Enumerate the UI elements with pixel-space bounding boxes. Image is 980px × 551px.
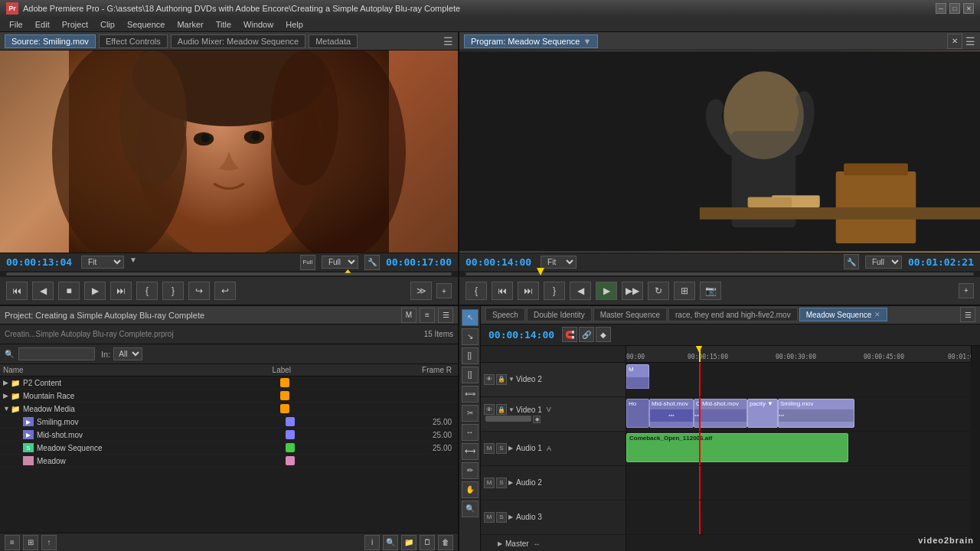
mark-in-btn[interactable]: { bbox=[136, 282, 158, 300]
project-icon-view[interactable]: ≡ bbox=[420, 308, 435, 323]
audio1-clip-comeback[interactable]: Comeback_Open_112006.aif bbox=[626, 433, 848, 462]
video1-clip-midshot2[interactable]: C Mid-shot.mov ▪▪▪ bbox=[694, 399, 747, 428]
menu-marker[interactable]: Marker bbox=[171, 18, 209, 31]
video2-eye-btn[interactable]: 👁 bbox=[484, 374, 495, 385]
tl-tab-double-identity[interactable]: Double Identity bbox=[527, 308, 592, 321]
video1-clip-smiling[interactable]: Smiling.mov ▪▪▪ bbox=[778, 399, 854, 428]
source-scrub-area[interactable] bbox=[0, 271, 458, 277]
project-info-btn[interactable]: i bbox=[364, 535, 380, 550]
program-panel-menu[interactable]: ☰ bbox=[965, 35, 975, 47]
hand-tool[interactable]: ✋ bbox=[462, 481, 479, 498]
audio2-solo-btn[interactable]: S bbox=[496, 478, 507, 488]
audio1-solo-btn[interactable]: S bbox=[496, 443, 507, 454]
master-link-icon[interactable]: ↔ bbox=[534, 540, 541, 548]
source-zoom-select[interactable]: Fit 100% bbox=[81, 256, 124, 269]
step-forward-btn[interactable]: ▶ bbox=[84, 282, 106, 300]
tl-snap-btn[interactable]: 🧲 bbox=[562, 327, 577, 342]
list-item-meadow[interactable]: Meadow bbox=[0, 455, 458, 468]
audio3-content[interactable] bbox=[626, 500, 971, 534]
audio2-expand-icon[interactable]: ▶ bbox=[508, 479, 514, 486]
program-wrench-btn[interactable]: 🔧 bbox=[844, 254, 859, 269]
zoom-tool[interactable]: 🔍 bbox=[462, 500, 479, 517]
prog-add-btn[interactable]: + bbox=[959, 283, 974, 298]
source-tab-audio[interactable]: Audio Mixer: Meadow Sequence bbox=[171, 34, 305, 48]
audio3-solo-btn[interactable]: S bbox=[496, 512, 507, 523]
project-free-btn[interactable]: ↑ bbox=[41, 535, 57, 550]
prog-step-back-btn[interactable]: ◀ bbox=[570, 282, 591, 300]
select-tool[interactable]: ↖ bbox=[462, 309, 479, 326]
play-stop-btn[interactable]: ■ bbox=[58, 282, 80, 300]
tl-tab-master-sequence[interactable]: Master Sequence bbox=[593, 308, 667, 321]
video2-content[interactable]: M bbox=[626, 363, 971, 396]
source-quality-select[interactable]: Full Half bbox=[322, 256, 358, 269]
slide-tool[interactable]: ⟷ bbox=[462, 443, 479, 460]
prog-safe-btn[interactable]: ⊞ bbox=[674, 282, 695, 300]
menu-window[interactable]: Window bbox=[237, 18, 279, 31]
slip-tool[interactable]: ↔ bbox=[462, 424, 479, 441]
video1-clip-pacity[interactable]: pacity ▼ bbox=[747, 399, 778, 428]
video1-content[interactable]: Ho Mid-shot.mov ▪▪▪ bbox=[626, 397, 971, 431]
rate-stretch-tool[interactable]: ⟺ bbox=[462, 386, 479, 403]
audio2-content[interactable] bbox=[626, 466, 971, 500]
list-item-p2[interactable]: ▶ 📁 P2 Content bbox=[0, 377, 458, 390]
window-controls[interactable]: ─ □ ✕ bbox=[936, 3, 974, 14]
ripple-edit-tool[interactable]: [| bbox=[462, 347, 479, 364]
program-quality-select[interactable]: Full Half bbox=[865, 256, 902, 269]
source-wrench-btn[interactable]: 🔧 bbox=[364, 255, 380, 270]
menu-title[interactable]: Title bbox=[210, 18, 237, 31]
tl-marker-btn[interactable]: ◆ bbox=[596, 327, 611, 342]
close-button[interactable]: ✕ bbox=[963, 3, 974, 14]
project-new-item-btn[interactable]: 🗒 bbox=[420, 535, 435, 550]
list-item-mountain-race[interactable]: ▶ 📁 Mountain Race bbox=[0, 390, 458, 403]
go-to-in-btn[interactable]: ⏮ bbox=[6, 282, 28, 300]
source-scrub-bar[interactable] bbox=[6, 272, 452, 276]
source-settings-btn[interactable]: Full bbox=[300, 255, 315, 270]
program-close-btn[interactable]: ✕ bbox=[947, 34, 962, 49]
tl-tab-meadow[interactable]: Meadow Sequence ✕ bbox=[799, 308, 888, 321]
prog-go-in-btn[interactable]: ⏮ bbox=[492, 282, 513, 300]
rolling-edit-tool[interactable]: |] bbox=[462, 367, 479, 383]
source-add-btn[interactable]: + bbox=[436, 283, 452, 298]
video1-lock-btn[interactable]: 🔒 bbox=[496, 404, 507, 415]
prog-mark-out-btn[interactable]: } bbox=[544, 282, 565, 300]
insert-btn[interactable]: ↪ bbox=[188, 282, 210, 300]
go-to-out-btn[interactable]: ⏭ bbox=[110, 282, 132, 300]
track-select-tool[interactable]: ↘ bbox=[462, 328, 479, 345]
audio1-expand-icon[interactable]: ▶ bbox=[508, 445, 514, 452]
menu-clip[interactable]: Clip bbox=[94, 18, 121, 31]
tl-panel-menu[interactable]: ☰ bbox=[960, 307, 975, 322]
tl-link-btn[interactable]: 🔗 bbox=[579, 327, 594, 342]
audio1-content[interactable]: Comeback_Open_112006.aif bbox=[626, 432, 971, 465]
source-expand-btn[interactable]: ≫ bbox=[410, 282, 432, 300]
minimize-button[interactable]: ─ bbox=[936, 3, 946, 14]
video1-eye-btn[interactable]: 👁 bbox=[484, 404, 495, 415]
audio3-expand-icon[interactable]: ▶ bbox=[508, 514, 514, 520]
prog-go-out-btn[interactable]: ⏭ bbox=[518, 282, 539, 300]
tl-tab-speech[interactable]: Speech bbox=[485, 308, 525, 321]
program-zoom-select[interactable]: Fit Full bbox=[541, 256, 577, 269]
video1-level-slider[interactable] bbox=[485, 416, 531, 422]
pen-tool[interactable]: ✏ bbox=[462, 462, 479, 479]
program-scrub-bar[interactable] bbox=[466, 272, 974, 276]
menu-help[interactable]: Help bbox=[279, 18, 309, 31]
source-tab-effects[interactable]: Effect Controls bbox=[99, 34, 168, 48]
project-find-btn[interactable]: 🔍 bbox=[383, 535, 398, 550]
overwrite-btn[interactable]: ↩ bbox=[214, 282, 236, 300]
menu-edit[interactable]: Edit bbox=[29, 18, 56, 31]
prog-mark-in-btn[interactable]: { bbox=[466, 282, 487, 300]
prog-loop-btn[interactable]: ↻ bbox=[648, 282, 669, 300]
tl-tab-meadow-close[interactable]: ✕ bbox=[874, 311, 880, 318]
audio3-mute-btn[interactable]: M bbox=[484, 512, 495, 523]
maximize-button[interactable]: □ bbox=[949, 3, 960, 14]
project-list-view-btn[interactable]: ≡ bbox=[5, 535, 20, 550]
project-list-view[interactable]: M bbox=[401, 308, 416, 323]
video1-clip-midshot1[interactable]: Mid-shot.mov ▪▪▪ bbox=[649, 399, 694, 428]
prog-step-fwd-btn[interactable]: ▶▶ bbox=[622, 282, 643, 300]
source-panel-menu[interactable]: ☰ bbox=[443, 35, 453, 47]
menu-project[interactable]: Project bbox=[56, 18, 94, 31]
mark-out-btn[interactable]: } bbox=[162, 282, 184, 300]
project-icon-view-btn[interactable]: ⊞ bbox=[23, 535, 38, 550]
source-tab-metadata[interactable]: Metadata bbox=[309, 34, 358, 48]
tl-tab-race[interactable]: race, they end and high-five2.mov bbox=[668, 308, 798, 321]
project-delete-btn[interactable]: 🗑 bbox=[438, 535, 453, 550]
